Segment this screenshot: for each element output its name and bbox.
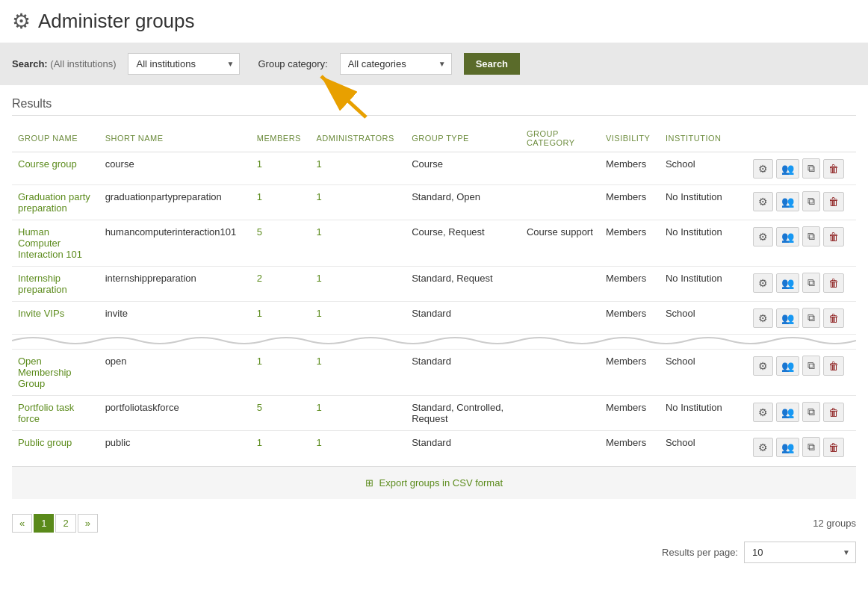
members-link[interactable]: 5 xyxy=(257,226,262,238)
page-2-button[interactable]: 2 xyxy=(55,514,75,533)
delete-button[interactable]: 🗑 xyxy=(823,438,844,457)
institution-select-wrapper: All institutions ▼ xyxy=(128,53,240,75)
members-link[interactable]: 1 xyxy=(257,437,262,448)
members-link[interactable]: 1 xyxy=(257,191,262,202)
administrators-link[interactable]: 1 xyxy=(316,158,321,170)
visibility-cell: Members xyxy=(600,396,660,431)
copy-button[interactable]: ⧉ xyxy=(802,356,820,376)
results-section: Results GROUP NAME SHORT NAME MEMBERS AD… xyxy=(0,97,868,499)
short-name-cell: invite xyxy=(99,302,251,335)
group-category-cell xyxy=(521,152,600,185)
copy-button[interactable]: ⧉ xyxy=(802,308,820,328)
members-link[interactable]: 1 xyxy=(257,308,262,319)
administrators-link[interactable]: 1 xyxy=(316,356,321,367)
per-page-row: Results per page: 10 25 50 ▼ xyxy=(0,542,868,572)
copy-button[interactable]: ⧉ xyxy=(802,191,820,211)
visibility-cell: Members xyxy=(600,431,660,464)
administrators-link[interactable]: 1 xyxy=(316,308,321,319)
groups-table: GROUP NAME SHORT NAME MEMBERS ADMINISTRA… xyxy=(12,125,856,463)
actions-cell: ⚙ 👥 ⧉ 🗑 xyxy=(747,350,856,396)
visibility-cell: Members xyxy=(600,152,660,185)
next-page-button[interactable]: » xyxy=(78,514,98,533)
category-select[interactable]: All categories xyxy=(340,53,452,75)
members-link[interactable]: 5 xyxy=(257,402,262,413)
actions-cell: ⚙ 👥 ⧉ 🗑 xyxy=(747,152,856,185)
copy-button[interactable]: ⧉ xyxy=(802,402,820,422)
col-header-group-type: GROUP TYPE xyxy=(406,125,521,152)
pagination-row: « 1 2 » 12 groups xyxy=(0,505,868,542)
institution-sublabel: (All institutions) xyxy=(50,58,116,69)
copy-button[interactable]: ⧉ xyxy=(802,226,820,246)
group-name-link[interactable]: Invite VIPs xyxy=(18,308,64,319)
settings-button[interactable]: ⚙ xyxy=(753,227,773,246)
results-title: Results xyxy=(12,97,856,116)
col-header-group-name: GROUP NAME xyxy=(12,125,99,152)
short-name-cell: course xyxy=(99,152,251,185)
table-row: Course groupcourse11CourseMembersSchool … xyxy=(12,152,856,185)
delete-button[interactable]: 🗑 xyxy=(823,273,844,293)
copy-button[interactable]: ⧉ xyxy=(802,158,820,179)
members-button[interactable]: 👥 xyxy=(776,403,799,422)
delete-button[interactable]: 🗑 xyxy=(823,356,844,376)
delete-button[interactable]: 🗑 xyxy=(823,403,844,422)
institution-select[interactable]: All institutions xyxy=(128,53,240,75)
settings-button[interactable]: ⚙ xyxy=(753,356,773,376)
group-name-link[interactable]: Open Membership Group xyxy=(18,356,72,389)
group-name-link[interactable]: Human Computer Interaction 101 xyxy=(18,226,82,260)
export-csv-link[interactable]: ⊞ Export groups in CSV format xyxy=(365,477,503,488)
members-button[interactable]: 👥 xyxy=(776,356,799,376)
table-row: Portfolio task forceportfoliotaskforce51… xyxy=(12,396,856,431)
administrators-link[interactable]: 1 xyxy=(316,437,321,448)
group-name-link[interactable]: Public group xyxy=(18,437,72,448)
group-category-cell xyxy=(521,185,600,220)
group-name-link[interactable]: Course group xyxy=(18,158,77,170)
short-name-cell: public xyxy=(99,431,251,464)
administrators-link[interactable]: 1 xyxy=(316,402,321,413)
group-name-link[interactable]: Graduation party preparation xyxy=(18,191,90,214)
members-button[interactable]: 👥 xyxy=(776,159,799,179)
members-button[interactable]: 👥 xyxy=(776,273,799,293)
group-category-cell xyxy=(521,267,600,302)
group-name-link[interactable]: Portfolio task force xyxy=(18,402,74,424)
visibility-cell: Members xyxy=(600,185,660,220)
members-button[interactable]: 👥 xyxy=(776,192,799,211)
copy-button[interactable]: ⧉ xyxy=(802,273,820,293)
institution-cell: No Institution xyxy=(660,220,747,267)
administrators-link[interactable]: 1 xyxy=(316,273,321,284)
per-page-select[interactable]: 10 25 50 xyxy=(744,542,856,563)
prev-page-button[interactable]: « xyxy=(12,514,32,533)
gear-icon: ⚙ xyxy=(12,9,31,34)
settings-button[interactable]: ⚙ xyxy=(753,159,773,179)
settings-button[interactable]: ⚙ xyxy=(753,403,773,422)
action-icons: ⚙ 👥 ⧉ 🗑 xyxy=(753,158,850,179)
page-1-button[interactable]: 1 xyxy=(34,514,54,533)
administrators-link[interactable]: 1 xyxy=(316,226,321,238)
members-button[interactable]: 👥 xyxy=(776,227,799,246)
delete-button[interactable]: 🗑 xyxy=(823,159,844,179)
settings-button[interactable]: ⚙ xyxy=(753,273,773,293)
short-name-cell: graduationpartypreparation xyxy=(99,185,251,220)
administrators-link[interactable]: 1 xyxy=(316,191,321,202)
group-name-link[interactable]: Internship preparation xyxy=(18,273,67,295)
visibility-cell: Members xyxy=(600,267,660,302)
delete-button[interactable]: 🗑 xyxy=(823,227,844,246)
copy-button[interactable]: ⧉ xyxy=(802,437,820,457)
visibility-cell: Members xyxy=(600,350,660,396)
settings-button[interactable]: ⚙ xyxy=(753,438,773,457)
col-header-institution: INSTITUTION xyxy=(660,125,747,152)
members-button[interactable]: 👥 xyxy=(776,308,799,328)
group-type-cell: Course xyxy=(406,152,521,185)
settings-button[interactable]: ⚙ xyxy=(753,192,773,211)
table-row: Graduation party preparationgraduationpa… xyxy=(12,185,856,220)
group-type-cell: Standard xyxy=(406,350,521,396)
export-icon: ⊞ xyxy=(365,477,373,488)
members-button[interactable]: 👥 xyxy=(776,438,799,457)
members-link[interactable]: 1 xyxy=(257,158,262,170)
group-category-cell: Course support xyxy=(521,220,600,267)
members-link[interactable]: 2 xyxy=(257,273,262,284)
search-button[interactable]: Search xyxy=(464,53,520,75)
delete-button[interactable]: 🗑 xyxy=(823,192,844,211)
settings-button[interactable]: ⚙ xyxy=(753,308,773,328)
delete-button[interactable]: 🗑 xyxy=(823,308,844,328)
members-link[interactable]: 1 xyxy=(257,356,262,367)
